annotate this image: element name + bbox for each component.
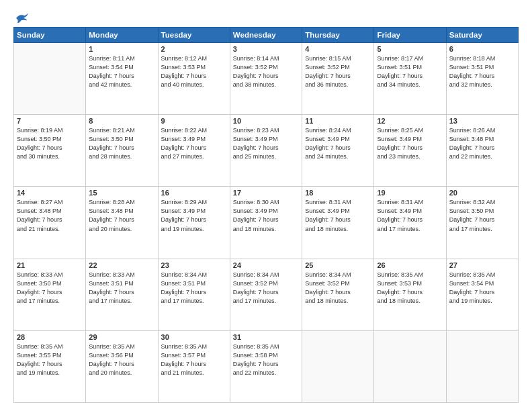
cell-info: Sunrise: 8:31 AM Sunset: 3:49 PM Dayligh… (305, 198, 371, 233)
day-number: 8 (89, 117, 154, 125)
day-number: 25 (305, 261, 371, 269)
day-number: 26 (377, 261, 443, 269)
day-number: 19 (377, 189, 443, 197)
calendar-header-saturday: Saturday (446, 28, 518, 43)
cell-info: Sunrise: 8:34 AM Sunset: 3:52 PM Dayligh… (305, 271, 371, 306)
day-number: 9 (161, 117, 227, 125)
calendar-cell (14, 43, 86, 115)
cell-info: Sunrise: 8:15 AM Sunset: 3:52 PM Dayligh… (305, 54, 371, 89)
cell-info: Sunrise: 8:35 AM Sunset: 3:56 PM Dayligh… (89, 342, 154, 377)
logo-text (13, 12, 30, 24)
calendar-cell: 4Sunrise: 8:15 AM Sunset: 3:52 PM Daylig… (302, 43, 374, 115)
calendar-header-tuesday: Tuesday (158, 28, 230, 43)
day-number: 13 (449, 117, 515, 125)
calendar-week-1: 1Sunrise: 8:11 AM Sunset: 3:54 PM Daylig… (14, 43, 519, 115)
calendar-cell: 6Sunrise: 8:18 AM Sunset: 3:51 PM Daylig… (446, 43, 518, 115)
day-number: 31 (233, 333, 299, 341)
calendar-cell: 9Sunrise: 8:22 AM Sunset: 3:49 PM Daylig… (158, 115, 230, 187)
day-number: 11 (305, 117, 371, 125)
cell-info: Sunrise: 8:28 AM Sunset: 3:48 PM Dayligh… (89, 198, 154, 233)
day-number: 21 (17, 261, 83, 269)
day-number: 10 (233, 117, 299, 125)
logo (13, 12, 30, 21)
day-number: 5 (377, 45, 443, 53)
calendar-week-2: 7Sunrise: 8:19 AM Sunset: 3:50 PM Daylig… (14, 115, 519, 187)
day-number: 23 (161, 261, 227, 269)
cell-info: Sunrise: 8:18 AM Sunset: 3:51 PM Dayligh… (449, 54, 515, 89)
day-number: 17 (233, 189, 299, 197)
cell-info: Sunrise: 8:29 AM Sunset: 3:49 PM Dayligh… (161, 198, 227, 233)
cell-info: Sunrise: 8:35 AM Sunset: 3:53 PM Dayligh… (377, 271, 443, 306)
day-number: 20 (449, 189, 515, 197)
calendar-header-thursday: Thursday (302, 28, 374, 43)
calendar-cell: 2Sunrise: 8:12 AM Sunset: 3:53 PM Daylig… (158, 43, 230, 115)
cell-info: Sunrise: 8:14 AM Sunset: 3:52 PM Dayligh… (233, 54, 299, 89)
calendar-header-wednesday: Wednesday (230, 28, 302, 43)
cell-info: Sunrise: 8:35 AM Sunset: 3:54 PM Dayligh… (449, 271, 515, 306)
cell-info: Sunrise: 8:35 AM Sunset: 3:55 PM Dayligh… (17, 342, 83, 377)
day-number: 27 (449, 261, 515, 269)
cell-info: Sunrise: 8:35 AM Sunset: 3:58 PM Dayligh… (233, 342, 299, 377)
cell-info: Sunrise: 8:26 AM Sunset: 3:48 PM Dayligh… (449, 126, 515, 161)
cell-info: Sunrise: 8:33 AM Sunset: 3:51 PM Dayligh… (89, 271, 154, 306)
calendar-cell: 20Sunrise: 8:32 AM Sunset: 3:50 PM Dayli… (446, 187, 518, 259)
cell-info: Sunrise: 8:19 AM Sunset: 3:50 PM Dayligh… (17, 126, 83, 161)
calendar-cell: 23Sunrise: 8:34 AM Sunset: 3:51 PM Dayli… (158, 259, 230, 330)
day-number: 12 (377, 117, 443, 125)
day-number: 3 (233, 45, 299, 53)
calendar-header-sunday: Sunday (14, 28, 86, 43)
calendar-cell: 10Sunrise: 8:23 AM Sunset: 3:49 PM Dayli… (230, 115, 302, 187)
calendar-cell (302, 330, 374, 402)
cell-info: Sunrise: 8:12 AM Sunset: 3:53 PM Dayligh… (161, 54, 227, 89)
cell-info: Sunrise: 8:34 AM Sunset: 3:51 PM Dayligh… (161, 271, 227, 306)
cell-info: Sunrise: 8:27 AM Sunset: 3:48 PM Dayligh… (17, 198, 83, 233)
day-number: 6 (449, 45, 515, 53)
cell-info: Sunrise: 8:22 AM Sunset: 3:49 PM Dayligh… (161, 126, 227, 161)
day-number: 28 (17, 333, 83, 341)
calendar-cell: 29Sunrise: 8:35 AM Sunset: 3:56 PM Dayli… (86, 330, 158, 402)
calendar-week-3: 14Sunrise: 8:27 AM Sunset: 3:48 PM Dayli… (14, 187, 519, 259)
calendar-cell: 14Sunrise: 8:27 AM Sunset: 3:48 PM Dayli… (14, 187, 86, 259)
calendar-week-4: 21Sunrise: 8:33 AM Sunset: 3:50 PM Dayli… (14, 259, 519, 330)
calendar-cell: 25Sunrise: 8:34 AM Sunset: 3:52 PM Dayli… (302, 259, 374, 330)
calendar-cell: 31Sunrise: 8:35 AM Sunset: 3:58 PM Dayli… (230, 330, 302, 402)
calendar-cell: 27Sunrise: 8:35 AM Sunset: 3:54 PM Dayli… (446, 259, 518, 330)
day-number: 15 (89, 189, 154, 197)
calendar-cell: 3Sunrise: 8:14 AM Sunset: 3:52 PM Daylig… (230, 43, 302, 115)
calendar-header-row: SundayMondayTuesdayWednesdayThursdayFrid… (14, 28, 519, 43)
calendar-header-friday: Friday (374, 28, 446, 43)
day-number: 2 (161, 45, 227, 53)
calendar-cell: 26Sunrise: 8:35 AM Sunset: 3:53 PM Dayli… (374, 259, 446, 330)
page: SundayMondayTuesdayWednesdayThursdayFrid… (0, 0, 532, 411)
cell-info: Sunrise: 8:30 AM Sunset: 3:49 PM Dayligh… (233, 198, 299, 233)
calendar-cell: 15Sunrise: 8:28 AM Sunset: 3:48 PM Dayli… (86, 187, 158, 259)
calendar-week-5: 28Sunrise: 8:35 AM Sunset: 3:55 PM Dayli… (14, 330, 519, 402)
calendar-cell: 30Sunrise: 8:35 AM Sunset: 3:57 PM Dayli… (158, 330, 230, 402)
day-number: 29 (89, 333, 154, 341)
calendar-cell: 24Sunrise: 8:34 AM Sunset: 3:52 PM Dayli… (230, 259, 302, 330)
cell-info: Sunrise: 8:32 AM Sunset: 3:50 PM Dayligh… (449, 198, 515, 233)
calendar-cell: 22Sunrise: 8:33 AM Sunset: 3:51 PM Dayli… (86, 259, 158, 330)
calendar-cell (374, 330, 446, 402)
cell-info: Sunrise: 8:17 AM Sunset: 3:51 PM Dayligh… (377, 54, 443, 89)
calendar-cell: 18Sunrise: 8:31 AM Sunset: 3:49 PM Dayli… (302, 187, 374, 259)
day-number: 30 (161, 333, 227, 341)
calendar-header-monday: Monday (86, 28, 158, 43)
header (13, 12, 519, 21)
calendar-cell: 13Sunrise: 8:26 AM Sunset: 3:48 PM Dayli… (446, 115, 518, 187)
calendar-cell: 28Sunrise: 8:35 AM Sunset: 3:55 PM Dayli… (14, 330, 86, 402)
cell-info: Sunrise: 8:11 AM Sunset: 3:54 PM Dayligh… (89, 54, 154, 89)
calendar-cell: 8Sunrise: 8:21 AM Sunset: 3:50 PM Daylig… (86, 115, 158, 187)
calendar-cell: 21Sunrise: 8:33 AM Sunset: 3:50 PM Dayli… (14, 259, 86, 330)
cell-info: Sunrise: 8:35 AM Sunset: 3:57 PM Dayligh… (161, 342, 227, 377)
day-number: 18 (305, 189, 371, 197)
calendar-cell: 11Sunrise: 8:24 AM Sunset: 3:49 PM Dayli… (302, 115, 374, 187)
day-number: 22 (89, 261, 154, 269)
day-number: 4 (305, 45, 371, 53)
calendar-cell: 12Sunrise: 8:25 AM Sunset: 3:49 PM Dayli… (374, 115, 446, 187)
day-number: 24 (233, 261, 299, 269)
day-number: 1 (89, 45, 154, 53)
cell-info: Sunrise: 8:33 AM Sunset: 3:50 PM Dayligh… (17, 271, 83, 306)
cell-info: Sunrise: 8:31 AM Sunset: 3:49 PM Dayligh… (377, 198, 443, 233)
cell-info: Sunrise: 8:24 AM Sunset: 3:49 PM Dayligh… (305, 126, 371, 161)
